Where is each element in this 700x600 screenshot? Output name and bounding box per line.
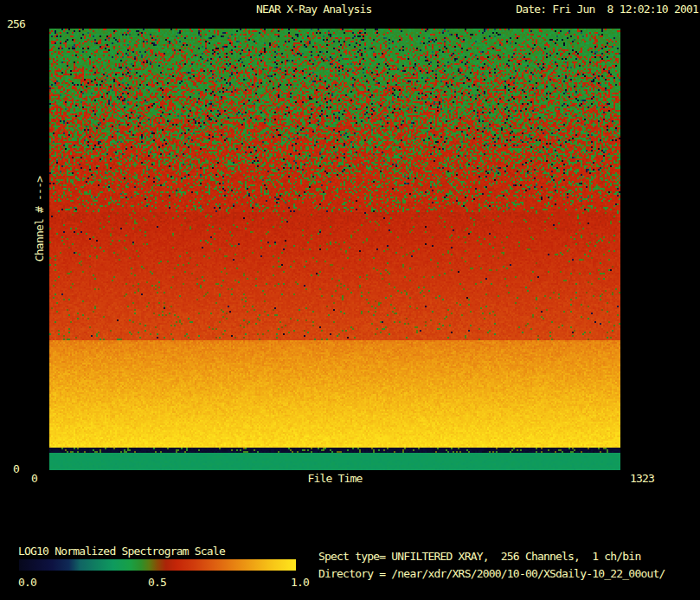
near-xray-analysis-window: NEAR X-Ray Analysis Date: Fri Jun 8 12:0… bbox=[0, 0, 700, 600]
spect-type-line: Spect type= UNFILTERED XRAY, 256 Channel… bbox=[318, 551, 640, 562]
x-axis-title: File Time bbox=[49, 473, 620, 484]
page-title: NEAR X-Ray Analysis bbox=[256, 3, 372, 15]
colorbar-tick-mid: 0.5 bbox=[148, 577, 166, 588]
colorbar-gradient bbox=[19, 559, 296, 571]
colorbar-tick-min: 0.0 bbox=[18, 577, 36, 588]
header-date: Date: Fri Jun 8 12:02:10 2001 bbox=[516, 3, 698, 15]
colorbar-label: LOG10 Normalized Spectrogram Scale bbox=[18, 545, 225, 557]
y-axis-max-label: 256 bbox=[7, 18, 25, 29]
x-axis-min-label: 0 bbox=[31, 473, 37, 484]
y-axis-title: Channel # ---> bbox=[34, 177, 45, 261]
colorbar-tick-max: 1.0 bbox=[291, 577, 309, 588]
y-axis-min-label: 0 bbox=[13, 463, 19, 474]
x-axis-max-label: 1323 bbox=[630, 473, 654, 484]
directory-line: Directory = /near/xdr/XRS/2000/10-00/XSd… bbox=[318, 568, 665, 579]
spectrogram-image bbox=[49, 29, 620, 470]
